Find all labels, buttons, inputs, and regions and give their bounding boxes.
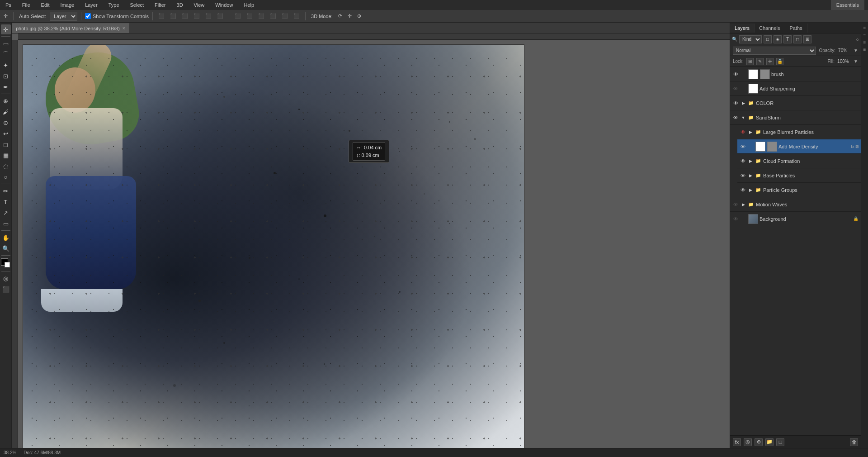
hand-tool[interactable]: ✋ [1, 233, 11, 243]
tab-close-button[interactable]: × [123, 26, 125, 31]
layer-row-sharpening[interactable]: 👁 Add Sharpening [730, 81, 861, 96]
fx-button[interactable]: fx [733, 438, 741, 446]
move-tool-options[interactable]: ✛ [2, 11, 9, 21]
fill-arrow[interactable]: ▼ [854, 59, 858, 64]
filter-adjust-btn[interactable]: ◈ [774, 35, 782, 43]
layer-row-base-particles[interactable]: 👁 ▶ 📁 Base Particles [737, 168, 861, 183]
blur-tool[interactable]: ◌ [1, 161, 11, 171]
layer-expand-particle-groups[interactable]: ▶ [748, 186, 753, 194]
fill-value[interactable]: 100% [837, 59, 851, 64]
tab-layers[interactable]: Layers [730, 24, 755, 33]
layer-row-brush[interactable]: 👁 brush [730, 67, 861, 81]
layer-row-background[interactable]: 👁 Background 🔒 [730, 212, 861, 226]
collapse-btn-1[interactable]: ≡ [862, 24, 868, 31]
collapse-btn-2[interactable]: ≡ [862, 32, 868, 38]
brush-tool[interactable]: 🖌 [1, 107, 11, 117]
layer-eye-sharpening[interactable]: 👁 [732, 85, 739, 92]
align-center-h[interactable]: ⬛ [168, 11, 178, 21]
lock-pixels-btn[interactable]: ✎ [756, 58, 764, 65]
layer-eye-brush[interactable]: 👁 [732, 71, 739, 78]
blend-mode-select[interactable]: Normal Multiply Screen Overlay [733, 47, 816, 55]
delete-layer-button[interactable]: 🗑 [850, 438, 858, 446]
filter-shape-btn[interactable]: ◻ [793, 35, 802, 43]
layer-expand-sandstorm[interactable]: ▼ [741, 114, 746, 121]
lock-position-btn[interactable]: ✛ [766, 58, 774, 65]
clone-stamp-tool[interactable]: ⊙ [1, 118, 11, 128]
auto-select-dropdown[interactable]: Layer Group [50, 12, 77, 21]
layer-link-density[interactable] [748, 143, 754, 150]
tab-channels[interactable]: Channels [755, 24, 785, 33]
eyedropper-tool[interactable]: ✒ [1, 82, 11, 92]
foreground-color[interactable] [1, 258, 8, 266]
quick-select-tool[interactable]: ✦ [1, 60, 11, 70]
distribute-top[interactable]: ⬛ [268, 11, 278, 21]
tab-paths[interactable]: Paths [785, 24, 807, 33]
menu-select[interactable]: Select [128, 1, 146, 9]
distribute-center-h[interactable]: ⬛ [245, 11, 255, 21]
group-button[interactable]: 📁 [765, 438, 774, 446]
collapse-btn-4[interactable]: ≡ [862, 46, 868, 52]
filter-toggle[interactable]: ○ [856, 37, 859, 42]
pen-tool[interactable]: ✏ [1, 186, 11, 196]
layer-eye-large-blurred[interactable]: 👁 [739, 129, 746, 136]
align-top[interactable]: ⬛ [192, 11, 202, 21]
align-right[interactable]: ⬛ [180, 11, 190, 21]
3d-pan[interactable]: ✛ [346, 11, 354, 21]
align-bottom[interactable]: ⬛ [215, 11, 225, 21]
menu-file[interactable]: File [20, 1, 32, 9]
menu-3d[interactable]: 3D [175, 1, 185, 9]
collapse-btn-3[interactable]: ≡ [862, 39, 868, 45]
screen-mode-tool[interactable]: ⬛ [1, 284, 11, 294]
layer-row-particle-groups[interactable]: 👁 ▶ 📁 Particle Groups [737, 183, 861, 197]
align-center-v[interactable]: ⬛ [203, 11, 213, 21]
background-color[interactable] [5, 262, 10, 267]
history-brush-tool[interactable]: ↩ [1, 129, 11, 138]
layer-link-brush[interactable] [741, 71, 747, 78]
path-select-tool[interactable]: ↗ [1, 208, 11, 218]
menu-edit[interactable]: Edit [39, 1, 52, 9]
opacity-arrow[interactable]: ▼ [854, 48, 858, 53]
canvas-viewport[interactable]: ↔: 0.04 cm ↕: 0.09 cm [12, 33, 730, 448]
menu-ps[interactable]: Ps [4, 1, 13, 9]
layer-row-cloud[interactable]: 👁 ▶ 📁 Cloud Formation [737, 154, 861, 168]
layer-expand-color[interactable]: ▶ [741, 100, 746, 107]
layer-eye-sandstorm[interactable]: 👁 [732, 114, 739, 121]
lock-all-btn[interactable]: 🔒 [776, 58, 783, 65]
lasso-tool[interactable]: ⌒ [1, 49, 11, 59]
layer-expand-large-blurred[interactable]: ▶ [748, 129, 753, 136]
healing-tool[interactable]: ⊕ [1, 96, 11, 106]
menu-layer[interactable]: Layer [83, 1, 99, 9]
shape-tool[interactable]: ▭ [1, 219, 11, 228]
distribute-left[interactable]: ⬛ [233, 11, 243, 21]
layer-eye-particle-groups[interactable]: 👁 [739, 186, 746, 194]
filter-smart-btn[interactable]: ⊞ [803, 35, 811, 43]
eraser-tool[interactable]: ◻ [1, 139, 11, 149]
layer-eye-background[interactable]: 👁 [732, 215, 739, 223]
layer-eye-motion-waves[interactable]: 👁 [732, 201, 739, 208]
zoom-tool[interactable]: 🔍 [1, 243, 11, 253]
text-tool[interactable]: T [1, 197, 11, 207]
dodge-tool[interactable]: ○ [1, 172, 11, 182]
show-transform-checkbox[interactable] [85, 13, 91, 19]
menu-filter[interactable]: Filter [153, 1, 167, 9]
3d-rotate[interactable]: ⟳ [336, 11, 344, 21]
menu-type[interactable]: Type [107, 1, 121, 9]
layer-row-motion-waves[interactable]: 👁 ▶ 📁 Motion Waves [730, 197, 861, 212]
layer-row-add-more-density[interactable]: 👁 Add More Density fx ⊠ [737, 139, 861, 154]
color-swatches[interactable] [1, 258, 11, 268]
crop-tool[interactable]: ⊡ [1, 71, 11, 81]
marquee-tool[interactable]: ▭ [1, 38, 11, 48]
layer-row-large-blurred[interactable]: 👁 ▶ 📁 Large Blurred Particles [737, 125, 861, 139]
menu-image[interactable]: Image [59, 1, 76, 9]
distribute-center-v[interactable]: ⬛ [280, 11, 290, 21]
layer-eye-color[interactable]: 👁 [732, 100, 739, 107]
quick-mask-tool[interactable]: ◎ [1, 273, 11, 283]
layer-link-background[interactable] [741, 215, 747, 223]
gradient-tool[interactable]: ▦ [1, 150, 11, 160]
menu-help[interactable]: Help [242, 1, 256, 9]
move-tool[interactable]: ✛ [1, 24, 11, 34]
layer-eye-base-particles[interactable]: 👁 [739, 172, 746, 179]
layer-row-sandstorm[interactable]: 👁 ▼ 📁 SandStorm [730, 110, 861, 125]
layer-eye-density[interactable]: 👁 [739, 143, 746, 150]
distribute-right[interactable]: ⬛ [256, 11, 266, 21]
